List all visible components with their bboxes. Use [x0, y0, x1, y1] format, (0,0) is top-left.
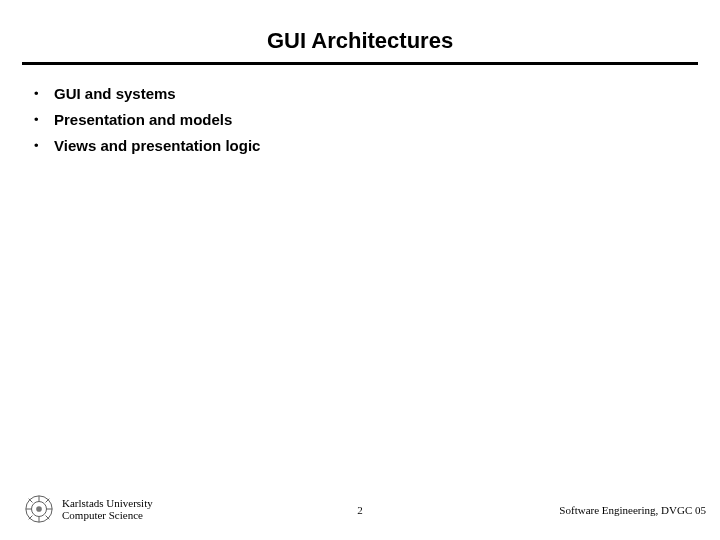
list-item: • GUI and systems [30, 84, 260, 104]
bullet-icon: • [30, 84, 54, 104]
list-item: • Views and presentation logic [30, 136, 260, 156]
bullet-text: Views and presentation logic [54, 136, 260, 156]
slide-title: GUI Architectures [0, 28, 720, 54]
bullet-icon: • [30, 110, 54, 130]
course-label: Software Engineering, DVGC 05 [559, 504, 706, 516]
list-item: • Presentation and models [30, 110, 260, 130]
bullet-text: GUI and systems [54, 84, 176, 104]
bullet-list: • GUI and systems • Presentation and mod… [30, 84, 260, 162]
bullet-icon: • [30, 136, 54, 156]
slide: GUI Architectures • GUI and systems • Pr… [0, 0, 720, 540]
title-underline [22, 62, 698, 65]
bullet-text: Presentation and models [54, 110, 232, 130]
slide-footer: Karlstads University Computer Science 2 … [0, 488, 720, 528]
